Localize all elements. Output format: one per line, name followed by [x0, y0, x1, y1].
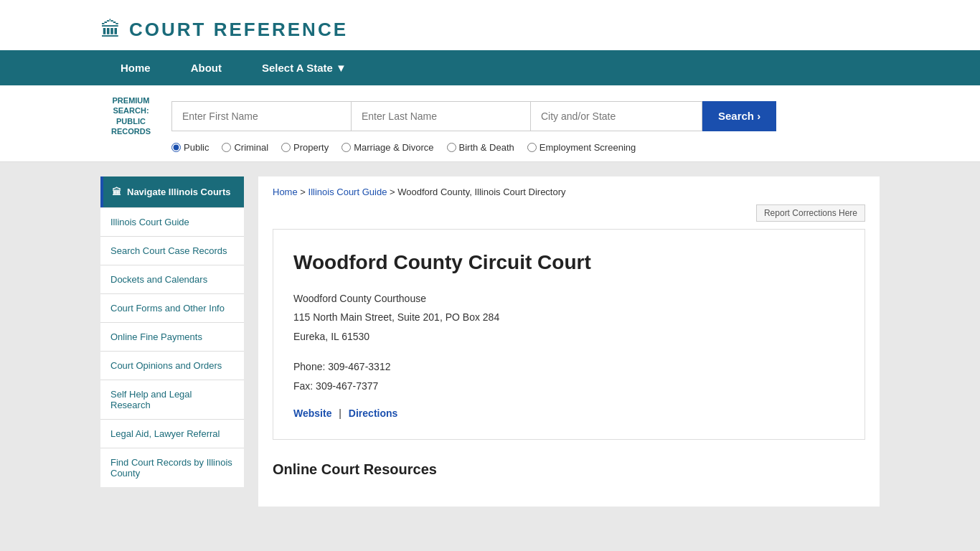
logo-area: 🏛 COURT REFERENCE	[100, 18, 348, 42]
sidebar-nav-title: 🏛 Navigate Illinois Courts	[100, 176, 244, 207]
court-website-link[interactable]: Website	[293, 408, 331, 419]
search-type-options: Public Criminal Property Marriage & Divo…	[100, 136, 966, 156]
online-resources-heading: Online Court Resources	[273, 454, 865, 489]
report-corrections-container: Report Corrections Here	[273, 204, 865, 222]
sidebar-item-illinois-court-guide[interactable]: Illinois Court Guide	[100, 207, 244, 236]
sidebar: 🏛 Navigate Illinois Courts Illinois Cour…	[100, 176, 244, 507]
nav-home[interactable]: Home	[100, 50, 171, 85]
link-separator: |	[339, 408, 341, 419]
court-fax-number: Fax: 309-467-7377	[293, 377, 844, 396]
sidebar-item-dockets-calendars[interactable]: Dockets and Calendars	[100, 265, 244, 293]
court-links: Website | Directions	[293, 408, 844, 419]
nav-about[interactable]: About	[171, 50, 242, 85]
court-contact: Phone: 309-467-3312 Fax: 309-467-7377	[293, 357, 844, 395]
report-corrections-button[interactable]: Report Corrections Here	[756, 204, 865, 222]
search-bar-container: PREMIUM SEARCH: PUBLIC RECORDS Search › …	[0, 85, 980, 162]
radio-employment[interactable]: Employment Screening	[527, 142, 636, 153]
sidebar-item-search-court-case-records[interactable]: Search Court Case Records	[100, 236, 244, 265]
last-name-input[interactable]	[351, 101, 530, 131]
radio-property[interactable]: Property	[281, 142, 329, 153]
site-logo-text: COURT REFERENCE	[129, 19, 348, 41]
first-name-input[interactable]	[171, 101, 351, 131]
court-address: Woodford County Courthouse 115 North Mai…	[293, 289, 844, 347]
columns-icon: 🏛	[112, 187, 121, 197]
breadcrumb-illinois[interactable]: Illinois Court Guide	[308, 187, 387, 197]
radio-marriage[interactable]: Marriage & Divorce	[341, 142, 433, 153]
site-header: 🏛 COURT REFERENCE	[0, 0, 980, 50]
breadcrumb-current: Woodford County, Illinois Court Director…	[397, 187, 565, 197]
search-button[interactable]: Search ›	[702, 101, 776, 131]
page-content: Home > Illinois Court Guide > Woodford C…	[258, 176, 880, 507]
main-content: 🏛 Navigate Illinois Courts Illinois Cour…	[0, 162, 980, 521]
sidebar-item-self-help[interactable]: Self Help and Legal Research	[100, 380, 244, 419]
radio-criminal[interactable]: Criminal	[222, 142, 268, 153]
sidebar-item-legal-aid[interactable]: Legal Aid, Lawyer Referral	[100, 419, 244, 448]
sidebar-item-find-court-records[interactable]: Find Court Records by Illinois County	[100, 448, 244, 487]
premium-label: PREMIUM SEARCH: PUBLIC RECORDS	[100, 95, 161, 136]
sidebar-item-court-opinions[interactable]: Court Opinions and Orders	[100, 351, 244, 380]
breadcrumb: Home > Illinois Court Guide > Woodford C…	[273, 176, 865, 204]
main-nav: Home About Select A State ▼	[0, 50, 980, 85]
courthouse-icon: 🏛	[100, 18, 121, 42]
court-card: Woodford County Circuit Court Woodford C…	[273, 229, 865, 439]
sidebar-item-online-fine-payments[interactable]: Online Fine Payments	[100, 322, 244, 351]
address-line2: 115 North Main Street, Suite 201, PO Box…	[293, 308, 844, 327]
sidebar-item-court-forms[interactable]: Court Forms and Other Info	[100, 293, 244, 322]
radio-birth[interactable]: Birth & Death	[447, 142, 514, 153]
nav-select-state[interactable]: Select A State ▼	[242, 50, 367, 85]
address-line1: Woodford County Courthouse	[293, 289, 844, 309]
radio-public[interactable]: Public	[171, 142, 209, 153]
breadcrumb-home[interactable]: Home	[273, 187, 298, 197]
court-phone-number: Phone: 309-467-3312	[293, 357, 844, 377]
city-state-input[interactable]	[530, 101, 702, 131]
address-line3: Eureka, IL 61530	[293, 327, 844, 347]
court-title: Woodford County Circuit Court	[293, 250, 844, 276]
court-directions-link[interactable]: Directions	[349, 408, 397, 419]
